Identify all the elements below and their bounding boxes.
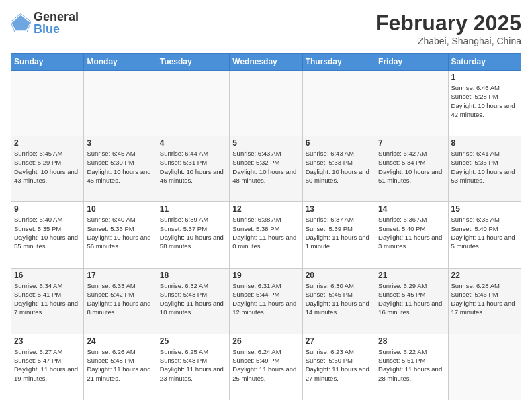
day-info: Sunrise: 6:35 AM Sunset: 5:40 PM Dayligh… bbox=[451, 215, 518, 250]
table-row: 6Sunrise: 6:43 AM Sunset: 5:33 PM Daylig… bbox=[302, 136, 375, 202]
table-row bbox=[84, 71, 157, 136]
day-number: 15 bbox=[451, 204, 518, 214]
table-row bbox=[302, 71, 375, 136]
day-info: Sunrise: 6:45 AM Sunset: 5:30 PM Dayligh… bbox=[87, 149, 153, 185]
day-info: Sunrise: 6:31 AM Sunset: 5:44 PM Dayligh… bbox=[232, 281, 299, 317]
calendar-body: 1Sunrise: 6:46 AM Sunset: 5:28 PM Daylig… bbox=[11, 71, 521, 400]
day-info: Sunrise: 6:46 AM Sunset: 5:28 PM Dayligh… bbox=[451, 83, 518, 119]
calendar-week-row: 23Sunrise: 6:27 AM Sunset: 5:47 PM Dayli… bbox=[11, 334, 521, 400]
table-row bbox=[375, 71, 448, 136]
day-number: 19 bbox=[232, 271, 299, 280]
header-sunday: Sunday bbox=[11, 54, 84, 71]
header-row: Sunday Monday Tuesday Wednesday Thursday… bbox=[11, 54, 521, 71]
calendar-week-row: 9Sunrise: 6:40 AM Sunset: 5:35 PM Daylig… bbox=[11, 202, 521, 268]
day-number: 14 bbox=[378, 204, 445, 214]
logo-icon bbox=[11, 13, 31, 33]
day-info: Sunrise: 6:38 AM Sunset: 5:38 PM Dayligh… bbox=[232, 215, 299, 250]
table-row: 20Sunrise: 6:30 AM Sunset: 5:45 PM Dayli… bbox=[302, 268, 375, 334]
table-row bbox=[448, 334, 521, 400]
day-number: 20 bbox=[306, 271, 372, 280]
logo: General Blue bbox=[11, 11, 79, 35]
day-number: 17 bbox=[87, 271, 153, 280]
day-info: Sunrise: 6:41 AM Sunset: 5:35 PM Dayligh… bbox=[451, 149, 518, 185]
table-row: 21Sunrise: 6:29 AM Sunset: 5:45 PM Dayli… bbox=[375, 268, 448, 334]
location: Zhabei, Shanghai, China bbox=[375, 36, 521, 46]
day-info: Sunrise: 6:43 AM Sunset: 5:33 PM Dayligh… bbox=[306, 149, 372, 185]
day-number: 5 bbox=[232, 138, 299, 148]
calendar-table: Sunday Monday Tuesday Wednesday Thursday… bbox=[11, 53, 521, 400]
table-row: 24Sunrise: 6:26 AM Sunset: 5:48 PM Dayli… bbox=[84, 334, 157, 400]
day-number: 11 bbox=[160, 204, 226, 214]
day-info: Sunrise: 6:44 AM Sunset: 5:31 PM Dayligh… bbox=[160, 149, 226, 185]
day-number: 21 bbox=[378, 271, 445, 280]
table-row: 19Sunrise: 6:31 AM Sunset: 5:44 PM Dayli… bbox=[230, 268, 302, 334]
day-number: 2 bbox=[14, 138, 81, 148]
day-info: Sunrise: 6:37 AM Sunset: 5:39 PM Dayligh… bbox=[306, 215, 372, 250]
table-row: 11Sunrise: 6:39 AM Sunset: 5:37 PM Dayli… bbox=[157, 202, 229, 268]
day-info: Sunrise: 6:28 AM Sunset: 5:46 PM Dayligh… bbox=[451, 281, 518, 317]
header: General Blue February 2025 Zhabei, Shang… bbox=[11, 11, 521, 46]
day-number: 22 bbox=[451, 271, 518, 280]
table-row: 4Sunrise: 6:44 AM Sunset: 5:31 PM Daylig… bbox=[157, 136, 229, 202]
day-info: Sunrise: 6:39 AM Sunset: 5:37 PM Dayligh… bbox=[160, 215, 226, 250]
table-row bbox=[157, 71, 229, 136]
day-info: Sunrise: 6:40 AM Sunset: 5:36 PM Dayligh… bbox=[87, 215, 153, 250]
header-monday: Monday bbox=[84, 54, 157, 71]
calendar-week-row: 1Sunrise: 6:46 AM Sunset: 5:28 PM Daylig… bbox=[11, 71, 521, 136]
month-title: February 2025 bbox=[375, 11, 521, 36]
table-row: 8Sunrise: 6:41 AM Sunset: 5:35 PM Daylig… bbox=[448, 136, 521, 202]
day-number: 24 bbox=[87, 336, 153, 346]
header-friday: Friday bbox=[375, 54, 448, 71]
day-number: 13 bbox=[306, 204, 372, 214]
calendar-week-row: 16Sunrise: 6:34 AM Sunset: 5:41 PM Dayli… bbox=[11, 268, 521, 334]
day-info: Sunrise: 6:26 AM Sunset: 5:48 PM Dayligh… bbox=[87, 347, 153, 383]
day-info: Sunrise: 6:22 AM Sunset: 5:51 PM Dayligh… bbox=[378, 347, 445, 383]
table-row: 15Sunrise: 6:35 AM Sunset: 5:40 PM Dayli… bbox=[448, 202, 521, 268]
table-row: 1Sunrise: 6:46 AM Sunset: 5:28 PM Daylig… bbox=[448, 71, 521, 136]
day-number: 27 bbox=[306, 336, 372, 346]
day-number: 23 bbox=[14, 336, 81, 346]
table-row: 3Sunrise: 6:45 AM Sunset: 5:30 PM Daylig… bbox=[84, 136, 157, 202]
table-row bbox=[230, 71, 302, 136]
header-thursday: Thursday bbox=[302, 54, 375, 71]
day-info: Sunrise: 6:45 AM Sunset: 5:29 PM Dayligh… bbox=[14, 149, 81, 185]
day-info: Sunrise: 6:43 AM Sunset: 5:32 PM Dayligh… bbox=[232, 149, 299, 185]
table-row: 16Sunrise: 6:34 AM Sunset: 5:41 PM Dayli… bbox=[11, 268, 84, 334]
day-number: 8 bbox=[451, 138, 518, 148]
day-number: 28 bbox=[378, 336, 445, 346]
day-info: Sunrise: 6:25 AM Sunset: 5:48 PM Dayligh… bbox=[160, 347, 226, 383]
day-number: 12 bbox=[232, 204, 299, 214]
table-row: 23Sunrise: 6:27 AM Sunset: 5:47 PM Dayli… bbox=[11, 334, 84, 400]
day-number: 1 bbox=[451, 73, 518, 82]
day-info: Sunrise: 6:34 AM Sunset: 5:41 PM Dayligh… bbox=[14, 281, 81, 317]
title-section: February 2025 Zhabei, Shanghai, China bbox=[375, 11, 521, 46]
table-row: 14Sunrise: 6:36 AM Sunset: 5:40 PM Dayli… bbox=[375, 202, 448, 268]
day-number: 3 bbox=[87, 138, 153, 148]
table-row: 13Sunrise: 6:37 AM Sunset: 5:39 PM Dayli… bbox=[302, 202, 375, 268]
day-info: Sunrise: 6:30 AM Sunset: 5:45 PM Dayligh… bbox=[306, 281, 372, 317]
day-info: Sunrise: 6:32 AM Sunset: 5:43 PM Dayligh… bbox=[160, 281, 226, 317]
day-number: 25 bbox=[160, 336, 226, 346]
table-row: 12Sunrise: 6:38 AM Sunset: 5:38 PM Dayli… bbox=[230, 202, 302, 268]
logo-general-text: General bbox=[34, 11, 79, 23]
calendar-header: Sunday Monday Tuesday Wednesday Thursday… bbox=[11, 54, 521, 71]
logo-text: General Blue bbox=[34, 11, 79, 35]
day-number: 16 bbox=[14, 271, 81, 280]
table-row: 28Sunrise: 6:22 AM Sunset: 5:51 PM Dayli… bbox=[375, 334, 448, 400]
day-info: Sunrise: 6:24 AM Sunset: 5:49 PM Dayligh… bbox=[232, 347, 299, 383]
page: General Blue February 2025 Zhabei, Shang… bbox=[0, 0, 532, 411]
day-number: 26 bbox=[232, 336, 299, 346]
table-row: 2Sunrise: 6:45 AM Sunset: 5:29 PM Daylig… bbox=[11, 136, 84, 202]
day-info: Sunrise: 6:29 AM Sunset: 5:45 PM Dayligh… bbox=[378, 281, 445, 317]
table-row: 5Sunrise: 6:43 AM Sunset: 5:32 PM Daylig… bbox=[230, 136, 302, 202]
table-row: 18Sunrise: 6:32 AM Sunset: 5:43 PM Dayli… bbox=[157, 268, 229, 334]
table-row: 22Sunrise: 6:28 AM Sunset: 5:46 PM Dayli… bbox=[448, 268, 521, 334]
table-row bbox=[11, 71, 84, 136]
header-saturday: Saturday bbox=[448, 54, 521, 71]
table-row: 10Sunrise: 6:40 AM Sunset: 5:36 PM Dayli… bbox=[84, 202, 157, 268]
table-row: 25Sunrise: 6:25 AM Sunset: 5:48 PM Dayli… bbox=[157, 334, 229, 400]
day-number: 7 bbox=[378, 138, 445, 148]
svg-marker-0 bbox=[12, 15, 30, 31]
day-info: Sunrise: 6:40 AM Sunset: 5:35 PM Dayligh… bbox=[14, 215, 81, 250]
table-row: 9Sunrise: 6:40 AM Sunset: 5:35 PM Daylig… bbox=[11, 202, 84, 268]
